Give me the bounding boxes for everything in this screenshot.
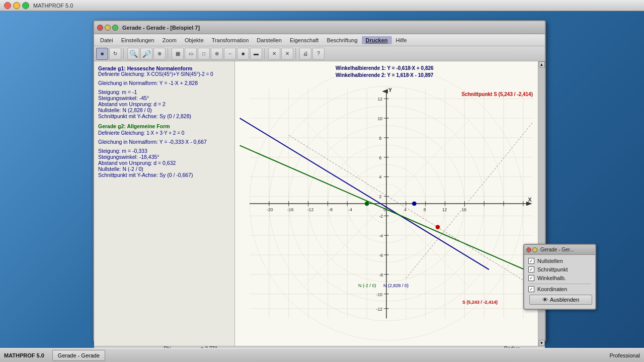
svg-text:-12: -12 (376, 307, 383, 312)
cb-koordinaten[interactable]: ✓ (528, 286, 534, 292)
maximize-btn[interactable] (22, 2, 29, 9)
svg-text:4: 4 (379, 174, 381, 179)
ausblenden-button[interactable]: 👁 Ausblenden (529, 295, 592, 305)
menu-transformation[interactable]: Transformation (208, 36, 253, 44)
menu-datei[interactable]: Datei (96, 36, 117, 44)
app-title: MATHPROF 5.0 (33, 3, 73, 9)
svg-text:-6: -6 (379, 253, 383, 258)
scroll-up[interactable]: ▲ (539, 61, 545, 67)
svg-line-8 (386, 121, 468, 204)
menu-zoom[interactable]: Zoom (158, 36, 181, 44)
outer-titlebar: MATHPROF 5.0 (0, 0, 644, 11)
cb-schnittpunkt[interactable]: ✓ (528, 266, 534, 273)
menu-eigenschaft[interactable]: Eigenschaft (286, 36, 323, 44)
cb-nullstellen[interactable]: ✓ (528, 258, 534, 264)
tool-table[interactable]: ■ (237, 48, 249, 60)
menu-hilfe[interactable]: Hilfe (392, 36, 411, 44)
menu-darstellen[interactable]: Darstellen (253, 36, 286, 44)
g1-normal: Gleichung in Normalform: Y = -1·X + 2,82… (98, 80, 230, 86)
svg-text:8: 8 (424, 207, 426, 212)
tool-delete1[interactable]: ✕ (268, 48, 280, 60)
graph-area[interactable]: -20 -16 -12 -8 -4 0 4 8 12 16 12 10 8 (235, 61, 538, 346)
tool-zoom-out[interactable]: 🔍 (127, 48, 139, 60)
svg-text:12: 12 (378, 97, 383, 102)
menu-drucken[interactable]: Drucken (362, 36, 392, 44)
tool-box[interactable]: □ (198, 48, 210, 60)
g1-section: Gerade g1: Hessesche Normalenform Defini… (98, 65, 230, 119)
cb-nullstellen-label: Nullstellen (537, 258, 563, 264)
popup-close[interactable] (526, 247, 531, 252)
g1-steigung: Steigung: m = -1 (98, 89, 230, 95)
menu-beschriftung[interactable]: Beschriftung (323, 36, 361, 44)
popup-row-nullstellen: ✓ Nullstellen (528, 258, 591, 264)
tool-rotate[interactable]: ↻ (109, 48, 121, 60)
svg-point-97 (436, 225, 440, 229)
menu-objekte[interactable]: Objekte (181, 36, 208, 44)
g1-null: Nullstelle: N (2,828 / 0) (98, 107, 230, 113)
tool-align[interactable]: ⎓ (224, 48, 236, 60)
popup-content: ✓ Nullstellen ✓ Schnittpunkt ✓ Winkelhal… (524, 255, 595, 309)
taskbar-window[interactable]: Gerade - Gerade (52, 350, 105, 361)
menu-einstellungen[interactable]: Einstellungen (117, 36, 158, 44)
tool-cross[interactable]: ⊕ (211, 48, 223, 60)
popup-row-winkelhalb: ✓ Winkelhalb. (528, 275, 591, 281)
cb-winkelhalb[interactable]: ✓ (528, 275, 534, 281)
svg-text:-8: -8 (329, 207, 333, 212)
minimize-btn[interactable] (13, 2, 20, 9)
popup-panel: Gerade - Ger... ✓ Nullstellen ✓ Schnittp… (523, 244, 596, 310)
svg-point-98 (412, 202, 416, 206)
svg-text:10: 10 (378, 116, 383, 121)
svg-text:-4: -4 (348, 207, 352, 212)
null-g2-label: N (-2 / 0) (358, 283, 376, 288)
window-close[interactable] (97, 25, 103, 31)
bottom-row: Gerade g1: Hessesche Normalenform Defini… (94, 61, 545, 346)
tool-select[interactable]: ■ (96, 48, 108, 60)
popup-btns (526, 247, 537, 252)
cb-koordinaten-label: Koordinaten (537, 286, 567, 292)
svg-text:-20: -20 (267, 207, 273, 212)
svg-line-94 (240, 145, 538, 275)
popup-row-koordinaten: ✓ Koordinaten (528, 286, 591, 292)
tool-print[interactable]: 🖨 (299, 48, 311, 60)
winkel1-label: Winkelhalbierende 1: Y = -0,618·X + 0,82… (336, 65, 434, 71)
close-btn[interactable] (4, 2, 11, 9)
g2-null: Nullstelle: N (-2 / 0) (98, 166, 230, 172)
tool-frame[interactable]: ▭ (185, 48, 197, 60)
window-content: Gerade g1: Hessesche Normalenform Defini… (94, 61, 545, 356)
toolbar: ■ ↻ 🔍 🔎 ⊕ ▦ ▭ □ ⊕ ⎓ ■ ▬ ✕ ✕ 🖨 ? (94, 46, 545, 61)
window-title: Gerade - Gerade - [Beispiel 7] (122, 25, 200, 31)
ausblenden-label: Ausblenden (550, 297, 579, 303)
tool-zoom-reset[interactable]: ⊕ (153, 48, 166, 60)
g2-steigung: Steigung: m = -0,333 (98, 148, 230, 154)
svg-text:Y: Y (388, 87, 392, 93)
svg-text:8: 8 (379, 136, 381, 141)
tool-delete2[interactable]: ✕ (281, 48, 293, 60)
popup-min[interactable] (532, 247, 537, 252)
window-titlebar-btns (97, 25, 118, 31)
tool-zoom-in[interactable]: 🔎 (140, 48, 152, 60)
s-point-label: S (5,243 / -2,414) (462, 300, 498, 305)
window-max[interactable] (112, 25, 118, 31)
popup-title: Gerade - Ger... (540, 247, 574, 252)
window-min[interactable] (105, 25, 111, 31)
tool-grid[interactable]: ▦ (172, 48, 184, 60)
g1-schnitt: Schnittpunkt mit Y-Achse: Sy (0 / 2,828) (98, 113, 230, 119)
g2-header: Gerade g2: Allgemeine Form (98, 123, 230, 129)
toolbar-sep-1 (123, 48, 125, 59)
info-panel: Gerade g1: Hessesche Normalenform Defini… (94, 61, 235, 346)
g2-def: Definierte Gleichung: 1·X + 3·Y + 2 = 0 (98, 130, 230, 136)
taskbar-app: MATHPROF 5.0 (4, 352, 44, 358)
toolbar-sep-4 (295, 48, 297, 59)
main-window: Gerade - Gerade - [Beispiel 7] Datei Ein… (93, 20, 546, 342)
tool-split[interactable]: ▬ (250, 48, 262, 60)
winkel2-label: Winkelhalbierende 2: Y = 1,618·X - 10,89… (336, 72, 433, 78)
menubar: Datei Einstellungen Zoom Objekte Transfo… (94, 34, 545, 46)
svg-text:-12: -12 (307, 207, 314, 212)
g1-header: Gerade g1: Hessesche Normalenform (98, 65, 230, 71)
svg-text:X: X (528, 197, 532, 203)
scroll-down[interactable]: ▼ (539, 340, 545, 346)
taskbar-edition: Professional (609, 352, 640, 358)
tool-help[interactable]: ? (312, 48, 325, 60)
g1-abstand: Abstand von Ursprung: d = 2 (98, 101, 230, 107)
svg-text:12: 12 (442, 207, 447, 212)
